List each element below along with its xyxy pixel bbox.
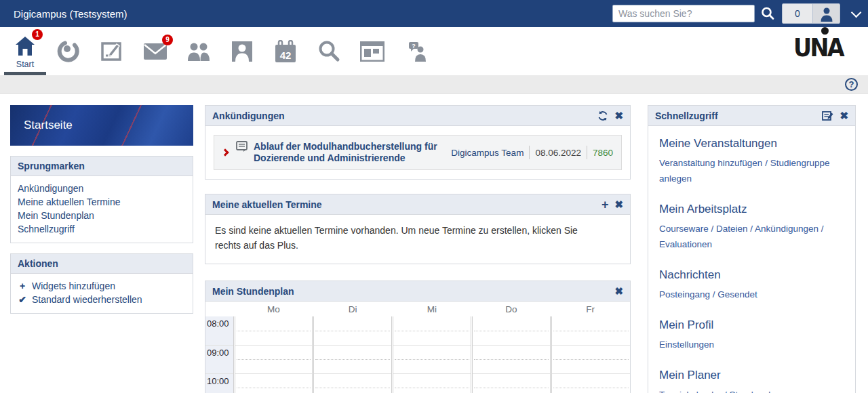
timetable-cell[interactable] <box>471 373 551 393</box>
timetable-cell[interactable] <box>551 316 630 345</box>
action-item[interactable]: ✔Standard wiederherstellen <box>18 293 186 306</box>
timetable-cell[interactable] <box>234 373 313 393</box>
appointments-widget: Meine aktuellen Termine + ✖ Es sind kein… <box>205 194 631 264</box>
close-icon[interactable]: ✖ <box>614 110 623 121</box>
nav-item-start[interactable]: 1 Start <box>3 27 47 75</box>
search-input[interactable] <box>612 5 755 22</box>
timetable-grid: MoDiMiDoFr 08:0009:0010:0011:00 <box>205 302 630 393</box>
quick-access-links: Einstellungen <box>659 337 844 352</box>
actions-title: Aktionen <box>11 254 193 274</box>
quick-access-link[interactable]: Gesendet <box>717 289 757 299</box>
quick-access-group-title[interactable]: Mein Arbeitsplatz <box>659 203 844 216</box>
search-button[interactable] <box>760 6 775 21</box>
jump-mark-link[interactable]: Ankündigungen <box>18 182 186 195</box>
timetable-cell[interactable] <box>393 316 472 345</box>
close-icon[interactable]: ✖ <box>614 199 623 209</box>
quick-access-group-title[interactable]: Nachrichten <box>659 268 844 282</box>
help-icon[interactable]: ? <box>845 78 858 91</box>
nav-item-support[interactable]: ? <box>394 27 437 75</box>
timetable-cell[interactable] <box>234 316 313 345</box>
announcement-author[interactable]: Digicampus Team <box>451 148 524 158</box>
timetable-cell[interactable] <box>393 373 472 393</box>
timetable-cell[interactable] <box>313 345 393 373</box>
appointments-title: Meine aktuellen Termine <box>212 199 601 210</box>
announcements-widget: Ankündigungen ✖ Ablauf der Modulhandbuc <box>205 105 631 180</box>
quick-access-link[interactable]: Veranstaltung hinzufügen <box>659 158 762 168</box>
timetable-cell[interactable] <box>471 316 551 345</box>
chevron-down-icon[interactable] <box>851 7 862 18</box>
profile-icon <box>231 41 253 62</box>
expand-chevron-icon[interactable] <box>221 148 229 156</box>
nav-item-messages[interactable]: 9 <box>134 27 177 75</box>
announcements-header: Ankündigungen ✖ <box>205 106 630 126</box>
quick-access-group: Meine VeranstaltungenVeranstaltung hinzu… <box>659 137 844 186</box>
avatar[interactable] <box>812 4 840 23</box>
quick-access-link[interactable]: Posteingang <box>659 289 710 299</box>
announcements-title: Ankündigungen <box>212 110 597 121</box>
user-menu[interactable]: 0 <box>782 3 840 24</box>
nav-item-workspace[interactable] <box>90 27 134 75</box>
main-column: Ankündigungen ✖ Ablauf der Modulhandbuc <box>205 105 631 393</box>
global-search <box>612 5 782 22</box>
timetable-day-label: Do <box>471 302 551 316</box>
jump-mark-link[interactable]: Schnellzugriff <box>18 222 186 236</box>
refresh-icon[interactable] <box>597 110 608 121</box>
timetable-cell[interactable] <box>551 345 630 373</box>
quick-access-link[interactable]: Terminkalender <box>659 390 722 393</box>
close-icon[interactable]: ✖ <box>840 110 848 121</box>
board-icon <box>360 41 384 62</box>
quick-access-links: Terminkalender / Stundenplan <box>659 387 844 393</box>
quick-access-widget: Schnellzugriff ✖ Meine VeranstaltungenVe… <box>648 105 856 393</box>
jump-mark-link[interactable]: Mein Stundenplan <box>18 209 186 222</box>
timetable-body: 08:0009:0010:0011:00 <box>205 316 630 393</box>
nav-item-search[interactable] <box>307 27 351 75</box>
nav-item-community[interactable] <box>177 27 220 75</box>
nav-item-profile[interactable] <box>220 27 264 75</box>
timetable-day-label: Mi <box>393 302 472 316</box>
user-icon <box>818 5 835 22</box>
nav-item-courses[interactable] <box>47 27 90 75</box>
quick-access-group-title[interactable]: Mein Planer <box>659 369 844 382</box>
notification-count[interactable]: 0 <box>783 4 812 23</box>
nav-item-planner[interactable]: 42 <box>264 27 307 75</box>
timetable-cell[interactable] <box>234 345 313 373</box>
logo-dot <box>821 27 829 35</box>
timetable-cell[interactable] <box>313 316 393 345</box>
separator: / <box>818 224 824 234</box>
nav-item-bulletin-board[interactable] <box>351 27 394 75</box>
page-content: Startseite Sprungmarken AnkündigungenMei… <box>0 94 868 393</box>
edit-icon[interactable] <box>822 110 833 121</box>
quick-access-link[interactable]: Evaluationen <box>659 239 712 249</box>
quick-access-group: Mein ProfilEinstellungen <box>659 318 844 352</box>
quick-access-link[interactable]: Dateien <box>716 224 748 234</box>
jump-marks-list: AnkündigungenMeine aktuellen TermineMein… <box>11 176 193 243</box>
quick-access-link[interactable]: Courseware <box>659 224 709 234</box>
quick-access-links: Posteingang / Gesendet <box>659 287 844 302</box>
timetable-hour-row: 10:00 <box>205 373 630 393</box>
main-navigation: 1 Start 9 <box>0 27 868 75</box>
courses-icon <box>57 40 80 63</box>
timetable-header: Mein Stundenplan ✖ <box>205 281 630 302</box>
action-label: Standard wiederherstellen <box>32 293 142 306</box>
add-appointment-icon[interactable]: + <box>601 199 609 211</box>
timetable-cell[interactable] <box>471 345 551 373</box>
quick-access-group-title[interactable]: Mein Profil <box>659 318 844 332</box>
support-icon: ? <box>403 41 428 62</box>
timetable-hour-row: 09:00 <box>205 345 630 373</box>
appointments-empty-text: Es sind keine aktuellen Termine vorhande… <box>205 215 612 264</box>
action-item[interactable]: +Widgets hinzufügen <box>18 279 186 293</box>
timetable-cell[interactable] <box>313 373 393 393</box>
timetable-day-label: Mo <box>234 302 313 316</box>
announcement-title[interactable]: Ablauf der Modulhandbucherstellung für D… <box>254 141 451 164</box>
quick-access-link[interactable]: Ankündigungen <box>755 224 818 234</box>
timetable-widget: Mein Stundenplan ✖ MoDiMiDoFr 08:0009:00… <box>205 281 631 393</box>
timetable-cell[interactable] <box>393 345 472 373</box>
quick-access-link[interactable]: Einstellungen <box>659 339 714 350</box>
quick-access-group-title[interactable]: Meine Veranstaltungen <box>659 137 844 150</box>
quick-access-link[interactable]: Stundenplan <box>730 390 781 393</box>
close-icon[interactable]: ✖ <box>614 286 623 296</box>
announcement-item[interactable]: Ablauf der Modulhandbucherstellung für D… <box>214 135 622 170</box>
plus-icon: + <box>18 279 27 293</box>
jump-mark-link[interactable]: Meine aktuellen Termine <box>18 195 186 209</box>
timetable-cell[interactable] <box>551 373 630 393</box>
